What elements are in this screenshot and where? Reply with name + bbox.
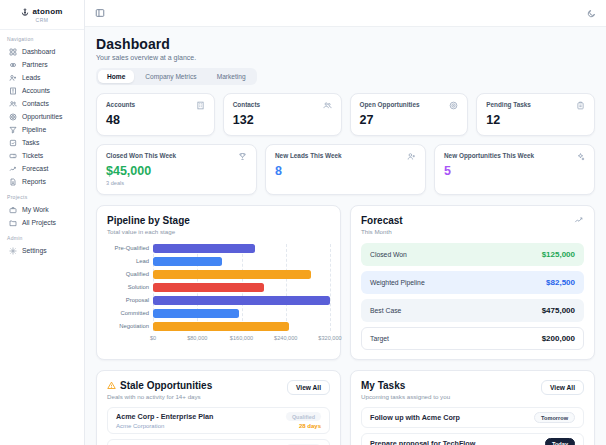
anchor-icon [21, 8, 29, 16]
stale-title: Stale Opportunities [120, 380, 212, 391]
stat-card-open-opportunities[interactable]: Open Opportunities 27 [350, 93, 469, 136]
axis-tick-label: $160,000 [230, 335, 253, 341]
forecast-value: $475,000 [542, 306, 575, 315]
chart-bar[interactable] [153, 244, 255, 253]
trophy-icon [238, 152, 247, 161]
gear-icon [9, 247, 17, 255]
stat-value: 5 [444, 164, 585, 178]
sidebar-item-pipeline[interactable]: Pipeline [7, 123, 77, 136]
stale-item[interactable]: Acme Corp - Enterprise Plan Acme Corpora… [107, 407, 330, 434]
chart-subtitle: Total value in each stage [107, 228, 330, 235]
forecast-value: $125,000 [542, 250, 575, 259]
tab-bar: Home Company Metrics Marketing [96, 68, 257, 85]
nav-section-label: Navigation [7, 36, 77, 42]
forecast-subtitle: This Month [361, 228, 403, 235]
chart-bar[interactable] [153, 270, 311, 279]
handshake-icon [9, 61, 17, 69]
user-plus-icon [9, 74, 17, 82]
nav-section-label: Projects [7, 194, 77, 200]
stat-value: $45,000 [106, 164, 247, 178]
sparkles-icon [576, 152, 585, 161]
chart-category-label: Solution [107, 283, 149, 292]
card-new-leads-week[interactable]: New Leads This Week 8 [265, 144, 426, 195]
task-due-badge: Today [545, 438, 575, 445]
stale-item[interactable]: TechFlow - Platform License TechFlow Sol… [107, 439, 330, 445]
sidebar-item-tickets[interactable]: Tickets [7, 149, 77, 162]
pipeline-by-stage-card: Pipeline by Stage Total value in each st… [96, 205, 341, 360]
nav-section-admin: Admin Settings [0, 229, 84, 257]
sidebar-item-settings[interactable]: Settings [7, 244, 77, 257]
file-icon [9, 178, 17, 186]
clipboard-icon [576, 101, 585, 110]
target-icon [9, 113, 17, 121]
sidebar-item-partners[interactable]: Partners [7, 58, 77, 71]
stat-subtext: 3 deals [106, 180, 247, 186]
my-tasks-card: My Tasks Upcoming tasks assigned to you … [350, 370, 595, 445]
warning-triangle-icon [107, 381, 116, 390]
stat-card-pending-tasks[interactable]: Pending Tasks 12 [476, 93, 595, 136]
target-icon [449, 101, 458, 110]
sidebar-item-accounts[interactable]: Accounts [7, 84, 77, 97]
axis-tick-label: $240,000 [274, 335, 297, 341]
chart-bar[interactable] [153, 283, 264, 292]
brand-subtitle: CRM [4, 17, 80, 23]
users-icon [323, 101, 332, 110]
forecast-value: $82,500 [546, 278, 575, 287]
chart-bar[interactable] [153, 296, 330, 305]
sidebar-item-forecast[interactable]: Forecast [7, 162, 77, 175]
tab-company-metrics[interactable]: Company Metrics [136, 70, 205, 83]
building-icon [196, 101, 205, 110]
sidebar-item-leads[interactable]: Leads [7, 71, 77, 84]
axis-tick-label: $80,000 [187, 335, 207, 341]
stat-value: 8 [275, 164, 416, 178]
tasks-view-all-button[interactable]: View All [541, 380, 584, 395]
stat-value: 12 [486, 113, 585, 127]
folder-icon [9, 219, 17, 227]
chart-category-label: Proposal [107, 296, 149, 305]
stale-list: Acme Corp - Enterprise Plan Acme Corpora… [107, 407, 330, 445]
grid-icon [9, 48, 17, 56]
page-title: Dashboard [96, 36, 595, 52]
card-new-opportunities-week[interactable]: New Opportunities This Week 5 [434, 144, 595, 195]
task-item[interactable]: Follow up with Acme Corp Tomorrow [361, 407, 584, 428]
nav-section-label: Admin [7, 235, 77, 241]
theme-toggle-icon[interactable] [587, 9, 596, 18]
ticket-icon [9, 152, 17, 160]
chart-bar[interactable] [153, 322, 289, 331]
stale-opportunities-card: Stale Opportunities Deals with no activi… [96, 370, 341, 445]
stat-value: 132 [233, 113, 332, 127]
panel-toggle-icon[interactable] [95, 8, 105, 18]
chart-gridline [286, 244, 287, 331]
chart-bar[interactable] [153, 257, 222, 266]
chart-bar[interactable] [153, 309, 239, 318]
topbar [85, 0, 606, 27]
nav-section-navigation: Navigation Dashboard Partners Leads Acco… [0, 30, 84, 188]
stage-badge: Qualified [286, 412, 321, 421]
sidebar-item-contacts[interactable]: Contacts [7, 97, 77, 110]
chart-category-label: Committed [107, 309, 149, 318]
check-square-icon [9, 139, 17, 147]
sidebar: atonom CRM Navigation Dashboard Partners… [0, 0, 85, 445]
tab-marketing[interactable]: Marketing [208, 70, 255, 83]
sidebar-item-tasks[interactable]: Tasks [7, 136, 77, 149]
sidebar-item-dashboard[interactable]: Dashboard [7, 45, 77, 58]
trending-up-icon [574, 215, 584, 225]
card-closed-won-week[interactable]: Closed Won This Week $45,000 3 deals [96, 144, 257, 195]
stat-card-row: Accounts 48 Contacts 132 Open Opportunit… [96, 93, 595, 136]
forecast-rows: Closed Won $125,000 Weighted Pipeline $8… [361, 243, 584, 350]
forecast-title: Forecast [361, 215, 403, 226]
brand-name: atonom [32, 7, 62, 16]
sidebar-item-reports[interactable]: Reports [7, 175, 77, 188]
stat-card-contacts[interactable]: Contacts 132 [223, 93, 342, 136]
brand-logo[interactable]: atonom CRM [0, 0, 84, 30]
stat-card-accounts[interactable]: Accounts 48 [96, 93, 215, 136]
sidebar-item-opportunities[interactable]: Opportunities [7, 110, 77, 123]
middle-row: Pipeline by Stage Total value in each st… [96, 205, 595, 360]
tab-home[interactable]: Home [98, 70, 134, 83]
sidebar-item-my-work[interactable]: My Work [7, 203, 77, 216]
sidebar-item-all-projects[interactable]: All Projects [7, 216, 77, 229]
axis-tick-label: $320,000 [318, 335, 341, 341]
stale-view-all-button[interactable]: View All [287, 380, 330, 395]
stat-value: 48 [106, 113, 205, 127]
task-item[interactable]: Prepare proposal for TechFlow Today [361, 433, 584, 445]
